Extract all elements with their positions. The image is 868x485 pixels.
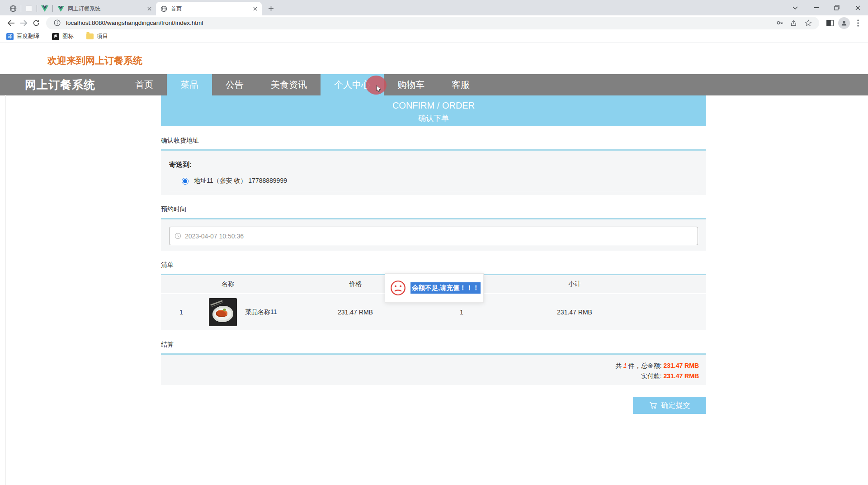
banner-title-zh: 确认下单: [161, 112, 706, 124]
vue-logo-icon: [57, 6, 64, 12]
address-bar[interactable]: localhost:8080/wangshangdingcan/front/in…: [46, 17, 819, 29]
time-panel: 2023-04-07 10:50:36: [161, 218, 706, 251]
address-radio-selected[interactable]: [182, 178, 189, 185]
restore-button[interactable]: [826, 0, 847, 15]
tab-close-icon[interactable]: [147, 7, 151, 11]
site-brand: 网上订餐系统: [25, 74, 95, 95]
time-section-title: 预约时间: [161, 205, 706, 214]
toast-message: 余额不足,请充值！！！: [410, 282, 481, 294]
translate-icon: 译: [6, 33, 14, 40]
clock-icon: [175, 233, 181, 239]
nav-item-food-news[interactable]: 美食资讯: [257, 74, 321, 95]
window-controls: [785, 0, 868, 15]
bookmark-icons[interactable]: 图标: [52, 33, 74, 40]
submit-row: 确定提交: [161, 397, 706, 414]
tab-title: 首页: [171, 5, 250, 13]
count-prefix: 共: [616, 362, 622, 369]
browser-menu-kebab-icon[interactable]: [853, 18, 863, 29]
refresh-button[interactable]: [30, 17, 42, 29]
order-confirm-page: CONFIRM / ORDER 确认下单 确认收货地址 寄送到: 地址11（张安…: [161, 95, 706, 414]
url-text[interactable]: localhost:8080/wangshangdingcan/front/in…: [66, 19, 770, 26]
confirm-order-banner: CONFIRM / ORDER 确认下单: [161, 95, 706, 126]
bookmark-label: 项目: [97, 33, 108, 40]
dish-photo[interactable]: [209, 298, 237, 326]
globe-icon: [160, 5, 167, 12]
password-key-icon[interactable]: [774, 18, 785, 29]
folder-icon: [86, 33, 94, 39]
tab-close-icon[interactable]: [253, 7, 257, 11]
browser-titlebar: 网上订餐系统 首页: [0, 0, 868, 15]
settlement-total-line: 共1件，总金额: 231.47 RMB: [168, 361, 699, 371]
settle-section-title: 结算: [161, 341, 706, 349]
dish-subtotal: 231.47 RMB: [523, 309, 627, 316]
submit-button-label: 确定提交: [661, 401, 690, 410]
reservation-time-value: 2023-04-07 10:50:36: [185, 233, 244, 240]
nav-item-cart[interactable]: 购物车: [384, 74, 438, 95]
profile-avatar[interactable]: [838, 17, 850, 29]
side-panel-icon[interactable]: [825, 18, 835, 29]
tab-home-active[interactable]: 首页: [156, 2, 262, 15]
insufficient-balance-toast: 余额不足,请充值！！！: [385, 273, 484, 303]
nav-item-home[interactable]: 首页: [122, 74, 167, 95]
paid-label: 实付款:: [641, 372, 662, 380]
browser-menu-chevron-icon[interactable]: [785, 0, 806, 15]
submit-order-button[interactable]: 确定提交: [633, 397, 706, 414]
list-section-title: 清单: [161, 261, 706, 269]
page-info-icon[interactable]: [52, 18, 62, 29]
globe-icon: [9, 5, 17, 12]
close-window-button[interactable]: [847, 0, 868, 15]
nav-item-dishes[interactable]: 菜品: [167, 74, 212, 95]
settlement-paid-line: 实付款: 231.47 RMB: [168, 371, 699, 381]
nav-item-service[interactable]: 客服: [438, 74, 483, 95]
welcome-text: 欢迎来到网上订餐系统: [47, 54, 868, 66]
paid-amount: 231.47 RMB: [663, 372, 699, 380]
pinned-tab-blank[interactable]: [21, 2, 37, 15]
back-button[interactable]: [5, 17, 17, 29]
dish-name: 菜品名称11: [245, 308, 277, 316]
bookmark-project-folder[interactable]: 项目: [86, 33, 108, 40]
forward-button[interactable]: [17, 17, 30, 29]
vue-logo-icon: [41, 5, 48, 12]
address-section-title: 确认收货地址: [161, 137, 706, 145]
new-tab-button[interactable]: [264, 2, 277, 14]
count-suffix: 件，总金额:: [628, 362, 662, 369]
header-name: 名称: [202, 280, 310, 288]
tab-title: 网上订餐系统: [68, 5, 144, 13]
bookmark-baidu-translate[interactable]: 译 百度翻译: [6, 33, 39, 40]
item-count: 1: [622, 362, 628, 369]
bookmark-label: 图标: [62, 33, 74, 40]
address-option[interactable]: 地址11（张安 收） 17788889999: [182, 177, 698, 192]
dish-price: 231.47 RMB: [310, 309, 401, 316]
row-index: 1: [161, 309, 202, 316]
nav-item-label: 个人中心: [334, 80, 370, 90]
tab-wangshangdingcan[interactable]: 网上订餐系统: [53, 2, 156, 15]
dish-cell: 菜品名称11: [202, 298, 310, 326]
bookmarks-bar: 译 百度翻译 图标 项目: [0, 30, 868, 43]
divider: [169, 192, 698, 192]
nav-item-notices[interactable]: 公告: [212, 74, 257, 95]
dish-photo-detail: [210, 300, 222, 305]
reservation-time-input[interactable]: 2023-04-07 10:50:36: [169, 227, 698, 245]
toolbar-right-icons: [825, 17, 863, 29]
address-text: 地址11（张安 收） 17788889999: [194, 177, 287, 185]
ship-to-label: 寄送到:: [169, 161, 698, 169]
dish-photo-food: [216, 310, 227, 317]
total-amount: 231.47 RMB: [663, 362, 699, 369]
pinned-tab-vue[interactable]: [37, 2, 52, 15]
address-panel: 寄送到: 地址11（张安 收） 17788889999: [161, 149, 706, 195]
share-icon[interactable]: [788, 18, 799, 29]
banner-title-en: CONFIRM / ORDER: [161, 99, 706, 112]
sad-face-icon: [390, 280, 406, 296]
nav-items: 首页 菜品 公告 美食资讯 个人中心 购物车 客服: [122, 74, 483, 95]
radio-dot: [183, 179, 187, 183]
bookmark-star-icon[interactable]: [803, 18, 814, 29]
click-highlight-cursor-icon: [366, 76, 387, 95]
nav-item-profile[interactable]: 个人中心: [321, 74, 384, 95]
settlement-panel: 共1件，总金额: 231.47 RMB 实付款: 231.47 RMB: [161, 353, 706, 385]
cart-icon: [649, 402, 657, 409]
page-left-border: [5, 95, 6, 485]
minimize-button[interactable]: [806, 0, 826, 15]
pinned-tab-globe[interactable]: [5, 2, 21, 15]
tab-strip: 网上订餐系统 首页: [0, 2, 277, 15]
blank-page-icon: [26, 5, 32, 12]
